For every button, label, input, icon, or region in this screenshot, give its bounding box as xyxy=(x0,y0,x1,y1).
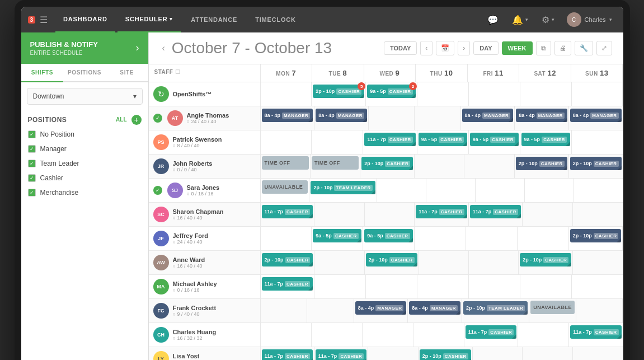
day-cell-1[interactable]: 2p - 10p CASHIER xyxy=(261,251,315,274)
day-cell-7[interactable] xyxy=(572,82,623,106)
day-cell-3[interactable]: 11a - 7p CASHIER xyxy=(363,130,417,154)
shift-block[interactable]: 8a - 4p MANAGER xyxy=(516,109,567,122)
day-cell-5[interactable] xyxy=(473,347,523,360)
day-cell-5[interactable] xyxy=(476,179,525,202)
positions-all-link[interactable]: ALL xyxy=(116,116,126,123)
day-cell-4[interactable]: 9a - 5p CASHIER xyxy=(417,130,469,154)
day-cell-1[interactable]: 11a - 7p CASHIER xyxy=(261,275,314,298)
day-cell-5[interactable] xyxy=(469,275,520,298)
day-cell-5[interactable]: 11a - 7p CASHIER xyxy=(464,323,518,347)
shift-block[interactable]: 8a - 4p MANAGER xyxy=(409,301,460,315)
day-cell-3[interactable] xyxy=(363,323,413,347)
shift-block[interactable]: 9a - 5p CASHIER2 xyxy=(367,85,416,98)
day-cell-7[interactable]: 11a - 7p CASHIER xyxy=(569,323,623,347)
day-cell-6[interactable]: UNAVAILABLE xyxy=(529,299,576,322)
position-item[interactable]: Merchandise xyxy=(21,185,148,200)
day-cell-2[interactable]: 2p - 10p CASHIER5 xyxy=(312,82,366,106)
shift-block[interactable]: 2p - 10p CASHIER xyxy=(361,157,413,170)
day-cell-3[interactable]: 9a - 5p CASHIER xyxy=(363,227,415,250)
day-cell-3[interactable] xyxy=(369,106,415,130)
day-cell-3[interactable]: 2p - 10p CASHIER xyxy=(365,251,419,274)
shift-block[interactable]: 11a - 7p CASHIER xyxy=(470,205,521,218)
shift-block[interactable]: 2p - 10p CASHIER xyxy=(520,253,571,267)
shift-block[interactable]: 9a - 5p CASHIER xyxy=(419,133,467,146)
today-button[interactable]: TODAY xyxy=(384,41,417,55)
next-btn[interactable]: › xyxy=(458,41,470,55)
day-cell-1[interactable] xyxy=(261,82,312,106)
shift-block[interactable]: 2p - 10p CASHIER xyxy=(420,349,471,360)
nav-attendance[interactable]: ATTENDANCE xyxy=(183,7,245,32)
day-cell-6[interactable] xyxy=(523,203,573,226)
shift-block[interactable]: 2p - 10p CASHIER xyxy=(570,229,622,242)
day-cell-1[interactable]: UNAVAILABLE xyxy=(261,179,310,202)
chat-icon-btn[interactable]: 💬 xyxy=(482,15,504,25)
shift-block[interactable]: 9a - 5p CASHIER xyxy=(470,133,519,146)
day-cell-7[interactable] xyxy=(576,299,623,322)
positions-add-button[interactable]: + xyxy=(131,115,142,125)
day-cell-3[interactable]: 2p - 10p CASHIER xyxy=(360,155,415,178)
shift-block[interactable]: 2p - 10p CASHIER xyxy=(262,253,313,267)
day-cell-3[interactable] xyxy=(368,347,419,360)
shift-block[interactable]: 11a - 7p CASHIER xyxy=(466,325,516,339)
nav-timeclock[interactable]: TIMECLOCK xyxy=(247,7,304,32)
day-cell-3[interactable] xyxy=(365,203,415,226)
calendar-icon-btn[interactable]: 📅 xyxy=(436,41,454,55)
day-cell-1[interactable]: 11a - 7p CASHIER xyxy=(261,347,314,360)
day-cell-6[interactable]: 8a - 4p MANAGER xyxy=(515,106,569,130)
day-cell-7[interactable] xyxy=(574,179,623,202)
position-item[interactable]: Cashier xyxy=(21,171,148,185)
day-cell-4[interactable]: 2p - 10p CASHIER xyxy=(419,347,473,360)
day-cell-4[interactable]: 11a - 7p CASHIER xyxy=(415,203,468,226)
shift-block[interactable]: 9a - 5p CASHIER xyxy=(521,133,570,146)
day-cell-7[interactable]: 2p - 10p CASHIER xyxy=(569,227,623,250)
tab-site[interactable]: SITE xyxy=(106,64,148,82)
day-cell-2[interactable] xyxy=(314,203,365,226)
shift-block[interactable]: 11a - 7p CASHIER xyxy=(570,325,621,339)
day-cell-4[interactable] xyxy=(417,82,469,106)
day-cell-4[interactable] xyxy=(415,227,466,250)
copy-icon-btn[interactable]: ⧉ xyxy=(536,41,551,55)
day-cell-1[interactable] xyxy=(261,130,312,154)
shift-block[interactable]: 9a - 5p CASHIER xyxy=(364,229,413,242)
day-cell-4[interactable] xyxy=(426,179,476,202)
day-cell-2[interactable]: 9a - 5p CASHIER xyxy=(312,227,363,250)
day-cell-1[interactable] xyxy=(261,323,312,347)
day-cell-6[interactable]: 2p - 10p CASHIER xyxy=(515,155,569,178)
day-cell-1[interactable]: TIME OFF xyxy=(261,155,311,178)
day-cell-1[interactable] xyxy=(261,299,308,322)
shift-block[interactable]: 11a - 7p CASHIER xyxy=(316,349,366,360)
day-cell-2[interactable] xyxy=(312,130,363,154)
day-cell-2[interactable] xyxy=(314,251,364,274)
day-cell-6[interactable] xyxy=(518,227,569,250)
day-cell-5[interactable]: 8a - 4p MANAGER xyxy=(461,106,515,130)
shift-block[interactable]: 2p - 10p CASHIER xyxy=(516,157,567,170)
expand-icon-btn[interactable]: ⤢ xyxy=(596,41,612,55)
position-item[interactable]: Manager xyxy=(21,142,148,156)
day-cell-2[interactable] xyxy=(314,275,366,298)
day-cell-7[interactable]: 8a - 4p MANAGER xyxy=(569,106,623,130)
print-icon-btn[interactable]: 🖨 xyxy=(554,41,571,55)
day-cell-7[interactable] xyxy=(572,130,623,154)
prev-btn[interactable]: ‹ xyxy=(420,41,433,55)
user-menu[interactable]: C Charles ▾ xyxy=(562,12,617,27)
day-cell-1[interactable]: 11a - 7p CASHIER xyxy=(261,203,314,226)
position-checkbox[interactable] xyxy=(28,160,36,167)
day-cell-3[interactable]: 8a - 4p MANAGER xyxy=(354,299,408,322)
day-cell-4[interactable] xyxy=(413,323,464,347)
shift-block[interactable]: 8a - 4p MANAGER xyxy=(462,109,514,122)
shift-block[interactable]: 11a - 7p CASHIER xyxy=(364,133,415,146)
shift-block[interactable]: 2p - 10p CASHIER xyxy=(366,253,417,267)
day-cell-2[interactable] xyxy=(307,299,354,322)
shift-block[interactable]: 9a - 5p CASHIER xyxy=(313,229,361,242)
shift-block[interactable]: 2p - 10p CASHIER5 xyxy=(313,85,364,98)
shift-block[interactable]: 11a - 7p CASHIER xyxy=(416,205,467,218)
shift-block[interactable]: 2p - 10p CASHIER xyxy=(570,157,622,170)
position-checkbox[interactable] xyxy=(28,189,36,197)
day-cell-4[interactable] xyxy=(419,251,469,274)
day-cell-6[interactable] xyxy=(525,179,574,202)
wrench-icon-btn[interactable]: 🔧 xyxy=(575,41,593,55)
day-cell-5[interactable] xyxy=(466,227,518,250)
day-cell-2[interactable] xyxy=(312,323,363,347)
shift-block[interactable]: 11a - 7p CASHIER xyxy=(262,205,313,218)
position-checkbox[interactable] xyxy=(28,130,36,138)
